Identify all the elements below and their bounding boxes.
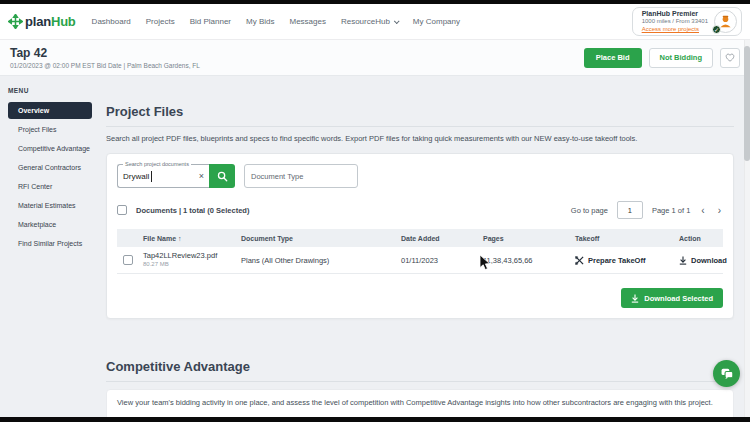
- project-files-title: Project Files: [106, 104, 734, 119]
- nav-item-resourcehub-label: ResourceHub: [341, 17, 390, 26]
- search-icon: [217, 171, 228, 182]
- sidebar-item-find-similar-projects[interactable]: Find Similar Projects: [8, 235, 92, 252]
- table-row: Tap42LLReview23.pdf 80.27 MB Plans (All …: [117, 247, 723, 274]
- planhub-logo[interactable]: planHub: [8, 14, 76, 29]
- scrollbar-thumb[interactable]: [744, 46, 750, 161]
- chevron-down-icon: [394, 18, 400, 24]
- page-info: Page 1 of 1: [652, 206, 690, 215]
- verified-badge-icon: ✓: [712, 25, 721, 34]
- pagination: Go to page Page 1 of 1 ‹ ›: [571, 201, 723, 219]
- date-added-cell: 01/11/2023: [401, 256, 483, 265]
- col-file-name[interactable]: File Name↑: [143, 235, 241, 242]
- download-selected-label: Download Selected: [644, 294, 713, 303]
- sidebar-item-overview[interactable]: Overview: [8, 102, 92, 119]
- scissors-icon: [575, 256, 584, 265]
- file-name: Tap42LLReview23.pdf: [143, 251, 241, 261]
- chat-bubbles-icon: [720, 367, 734, 380]
- planhub-app: planHub Dashboard Projects Bid Planner M…: [0, 0, 750, 422]
- clear-search-icon[interactable]: ×: [199, 172, 204, 181]
- project-title: Tap 42: [10, 46, 200, 60]
- download-icon: [679, 256, 687, 265]
- sort-asc-icon: ↑: [178, 235, 182, 242]
- project-files-card: Search project documents Drywall ×: [106, 153, 734, 319]
- not-bidding-button[interactable]: Not Bidding: [649, 48, 714, 68]
- heart-icon: [725, 53, 735, 62]
- premier-widget: PlanHub Premier 1000 miles / From 33401 …: [632, 7, 742, 36]
- sidebar-menu-label: MENU: [8, 87, 100, 94]
- col-action: Action: [679, 235, 723, 242]
- prepare-takeoff-link[interactable]: Prepare TakeOff: [575, 256, 679, 265]
- divider: [106, 381, 734, 382]
- page-number-input[interactable]: [617, 201, 643, 219]
- competitive-advantage-title: Competitive Advantage: [106, 359, 734, 374]
- nav-item-my-bids[interactable]: My Bids: [246, 17, 274, 26]
- app-header: planHub Dashboard Projects Bid Planner M…: [0, 4, 750, 40]
- sidebar-item-marketplace[interactable]: Marketplace: [8, 216, 92, 233]
- sidebar-item-competitive-advantage[interactable]: Competitive Advantage: [8, 140, 92, 157]
- download-link[interactable]: Download: [679, 256, 727, 265]
- next-page-icon[interactable]: ›: [716, 205, 723, 216]
- account-avatar[interactable]: ✓: [714, 10, 737, 33]
- download-label: Download: [691, 256, 727, 265]
- documents-table: File Name↑ Document Type Date Added Page…: [117, 229, 723, 274]
- place-bid-button[interactable]: Place Bid: [584, 48, 642, 68]
- col-takeoff: Takeoff: [575, 235, 679, 242]
- pages-cell: 11,38,43,65,66: [483, 256, 575, 265]
- col-document-type: Document Type: [241, 235, 401, 242]
- download-selected-button[interactable]: Download Selected: [621, 288, 723, 308]
- col-file-name-label: File Name: [143, 235, 176, 242]
- table-header-row: File Name↑ Document Type Date Added Page…: [117, 229, 723, 247]
- search-button[interactable]: [209, 164, 235, 188]
- scrollbar-track: [744, 40, 750, 417]
- letterbox-top: [0, 0, 750, 4]
- col-pages: Pages: [483, 235, 575, 242]
- premier-title: PlanHub Premier: [642, 10, 708, 19]
- competitive-advantage-description: View your team's bidding activity in one…: [117, 398, 713, 407]
- chat-widget-button[interactable]: [713, 360, 740, 387]
- nav-item-projects[interactable]: Projects: [146, 17, 175, 26]
- file-size: 80.27 MB: [143, 261, 241, 269]
- divider: [106, 126, 734, 127]
- search-input-label: Search project documents: [123, 161, 191, 167]
- sidebar-item-rfi-center[interactable]: RFI Center: [8, 178, 92, 195]
- project-meta: 01/20/2023 @ 02:00 PM EST Bid Date | Pal…: [10, 62, 200, 69]
- nav-item-messages[interactable]: Messages: [289, 17, 325, 26]
- row-checkbox[interactable]: [123, 255, 133, 265]
- sidebar-item-project-files[interactable]: Project Files: [8, 121, 92, 138]
- download-icon: [631, 294, 639, 303]
- text-caret: [151, 171, 152, 182]
- page-body: MENU Overview Project Files Competitive …: [0, 76, 750, 417]
- nav-item-dashboard[interactable]: Dashboard: [92, 17, 131, 26]
- favorite-button[interactable]: [720, 48, 740, 68]
- nav-item-resourcehub[interactable]: ResourceHub: [341, 17, 398, 26]
- logo-text-plan: plan: [25, 14, 51, 29]
- document-type-cell: Plans (All Other Drawings): [241, 256, 401, 265]
- col-date-added: Date Added: [401, 235, 483, 242]
- sidebar: MENU Overview Project Files Competitive …: [0, 76, 100, 417]
- nav-item-my-company[interactable]: My Company: [413, 17, 460, 26]
- file-name-cell[interactable]: Tap42LLReview23.pdf 80.27 MB: [143, 251, 241, 269]
- search-input-value: Drywall: [123, 172, 149, 181]
- main-nav: Dashboard Projects Bid Planner My Bids M…: [92, 17, 460, 26]
- access-more-projects-link[interactable]: Access more projects: [642, 26, 708, 34]
- search-input[interactable]: Search project documents Drywall ×: [117, 164, 209, 188]
- planhub-logo-icon: [8, 14, 23, 29]
- project-files-description: Search all project PDF files, blueprints…: [106, 134, 734, 143]
- logo-text-hub: Hub: [51, 14, 76, 29]
- nav-item-bid-planner[interactable]: Bid Planner: [190, 17, 231, 26]
- previous-page-icon[interactable]: ‹: [699, 205, 706, 216]
- select-all-checkbox[interactable]: [117, 205, 127, 215]
- go-to-page-label: Go to page: [571, 206, 608, 215]
- sidebar-item-general-contractors[interactable]: General Contractors: [8, 159, 92, 176]
- project-header: Tap 42 01/20/2023 @ 02:00 PM EST Bid Dat…: [0, 40, 750, 76]
- prepare-takeoff-label: Prepare TakeOff: [588, 256, 645, 265]
- document-type-select[interactable]: Document Type: [244, 164, 358, 188]
- letterbox-bottom: [0, 417, 750, 422]
- sidebar-item-material-estimates[interactable]: Material Estimates: [8, 197, 92, 214]
- main-content: Project Files Search all project PDF fil…: [100, 76, 750, 417]
- documents-summary: Documents | 1 total (0 Selected): [136, 206, 249, 215]
- premier-subtitle: 1000 miles / From 33401: [642, 18, 708, 26]
